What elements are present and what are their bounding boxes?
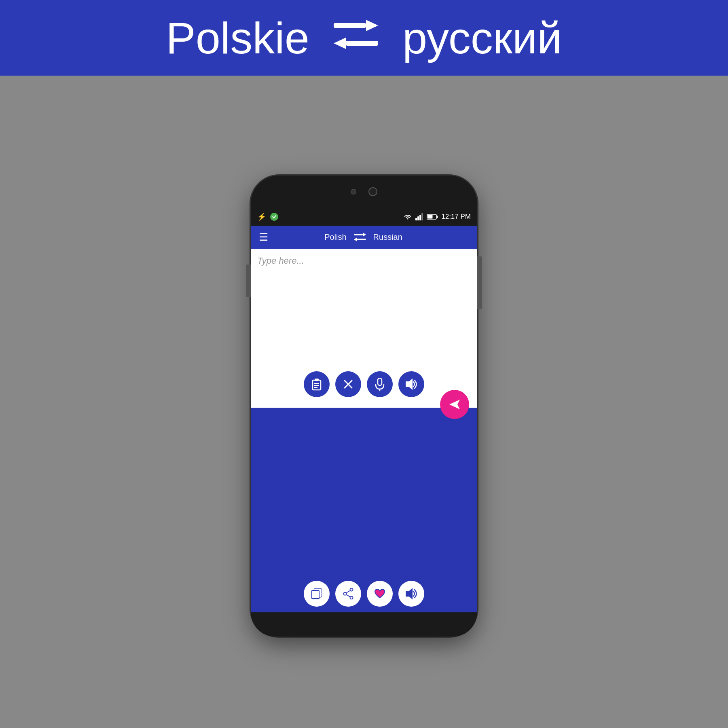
toolbar-source-lang[interactable]: Polish bbox=[324, 233, 346, 242]
svg-marker-1 bbox=[366, 20, 378, 31]
svg-rect-7 bbox=[421, 213, 423, 220]
toolbar-target-lang[interactable]: Russian bbox=[373, 233, 402, 242]
output-area bbox=[251, 408, 477, 612]
svg-rect-0 bbox=[334, 23, 366, 28]
svg-rect-22 bbox=[378, 378, 382, 385]
favorite-button[interactable] bbox=[367, 581, 393, 607]
microphone-button[interactable] bbox=[367, 371, 393, 397]
input-action-buttons bbox=[257, 371, 471, 401]
battery-icon bbox=[427, 214, 438, 220]
front-camera-dot bbox=[351, 189, 356, 195]
status-bar: ⚡ bbox=[251, 208, 477, 226]
banner-lang-from: Polskie bbox=[166, 12, 309, 63]
signal-icon bbox=[415, 213, 423, 220]
svg-rect-13 bbox=[357, 239, 366, 240]
svg-rect-11 bbox=[354, 234, 363, 235]
svg-line-34 bbox=[347, 595, 350, 597]
svg-rect-2 bbox=[346, 41, 378, 46]
banner-lang-to: русский bbox=[402, 12, 562, 63]
svg-rect-29 bbox=[312, 590, 319, 599]
phone-bottom-bar bbox=[251, 612, 477, 637]
input-placeholder: Type here... bbox=[257, 256, 471, 266]
copy-button[interactable] bbox=[304, 581, 330, 607]
phone-screen: ⚡ bbox=[251, 208, 477, 612]
svg-line-33 bbox=[347, 590, 350, 593]
output-speaker-button[interactable] bbox=[398, 581, 424, 607]
clipboard-button[interactable] bbox=[304, 371, 330, 397]
usb-icon: ⚡ bbox=[257, 212, 266, 221]
send-button[interactable] bbox=[440, 390, 469, 419]
status-time: 12:17 PM bbox=[441, 213, 471, 221]
phone-wrap: ⚡ bbox=[251, 76, 477, 728]
svg-rect-6 bbox=[419, 215, 421, 220]
svg-rect-4 bbox=[415, 218, 417, 220]
svg-rect-9 bbox=[437, 216, 438, 218]
front-camera-lens bbox=[368, 187, 377, 196]
phone-power-button bbox=[477, 256, 482, 309]
menu-button[interactable]: ☰ bbox=[259, 231, 268, 243]
output-action-buttons bbox=[251, 575, 477, 612]
svg-marker-12 bbox=[363, 233, 366, 237]
status-left-icons: ⚡ bbox=[257, 212, 278, 221]
svg-marker-24 bbox=[406, 379, 412, 389]
svg-marker-25 bbox=[449, 400, 460, 409]
notification-icon bbox=[270, 213, 278, 221]
toolbar-swap-icon[interactable] bbox=[354, 233, 366, 242]
top-banner: Polskie русский bbox=[0, 0, 728, 76]
app-toolbar[interactable]: ☰ Polish Russian bbox=[251, 226, 477, 249]
share-button[interactable] bbox=[335, 581, 361, 607]
wifi-icon bbox=[403, 213, 412, 220]
phone-top-bar bbox=[251, 176, 477, 208]
input-area[interactable]: Type here... bbox=[251, 249, 477, 408]
phone-device: ⚡ bbox=[251, 176, 477, 637]
phone-volume-button bbox=[246, 265, 251, 297]
toolbar-language-selector[interactable]: Polish Russian bbox=[324, 233, 402, 242]
svg-marker-3 bbox=[334, 38, 346, 49]
svg-point-31 bbox=[350, 596, 353, 599]
svg-point-30 bbox=[350, 588, 353, 591]
svg-marker-35 bbox=[406, 589, 412, 599]
svg-rect-5 bbox=[417, 216, 419, 220]
banner-swap-icon bbox=[334, 20, 378, 56]
svg-rect-10 bbox=[427, 215, 433, 218]
svg-marker-14 bbox=[354, 237, 357, 241]
svg-rect-16 bbox=[315, 379, 319, 381]
clear-button[interactable] bbox=[335, 371, 361, 397]
speaker-button[interactable] bbox=[398, 371, 424, 397]
status-right-icons: 12:17 PM bbox=[403, 213, 471, 221]
svg-point-32 bbox=[344, 592, 347, 595]
